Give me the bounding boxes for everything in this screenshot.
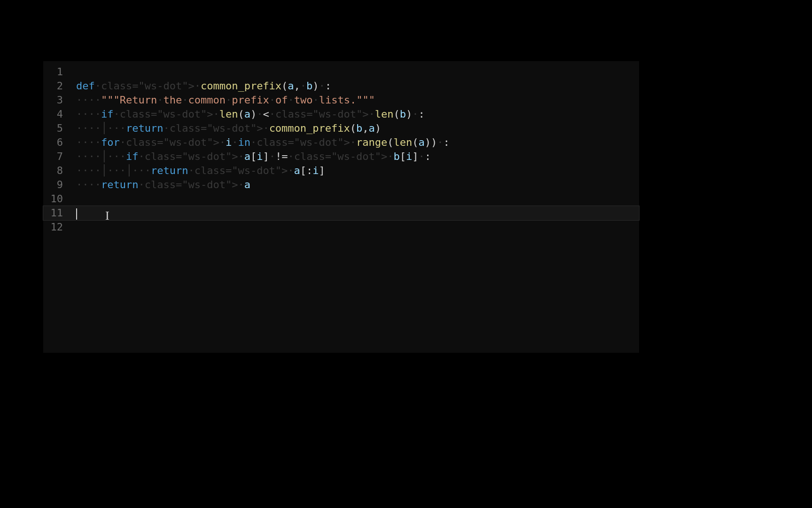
code-content[interactable]: ····for·class="ws-dot">·i·in·class="ws-d… [76, 135, 639, 150]
code-line[interactable]: 12 [43, 220, 639, 234]
code-content[interactable]: ····│···if·class="ws-dot">·a[i]·!=·class… [76, 150, 639, 164]
code-area[interactable]: 12def·class="ws-dot">·common_prefix(a,·b… [43, 61, 639, 234]
code-line[interactable]: 7····│···if·class="ws-dot">·a[i]·!=·clas… [43, 150, 639, 164]
text-cursor [76, 208, 77, 220]
code-line[interactable]: 8····│···│···return·class="ws-dot">·a[:i… [43, 164, 639, 178]
code-line[interactable]: 1 [43, 65, 639, 79]
line-number: 12 [43, 220, 76, 234]
code-editor[interactable]: 12def·class="ws-dot">·common_prefix(a,·b… [43, 61, 639, 353]
code-content[interactable]: def·class="ws-dot">·common_prefix(a,·b)·… [76, 79, 639, 93]
code-content[interactable] [76, 206, 639, 220]
line-number: 9 [43, 178, 76, 192]
code-line[interactable]: 5····│···return·class="ws-dot">·common_p… [43, 121, 639, 135]
line-number: 8 [43, 164, 76, 178]
code-line[interactable]: 11 [43, 206, 639, 220]
code-line[interactable]: 4····if·class="ws-dot">·len(a)·<·class="… [43, 107, 639, 121]
line-number: 10 [43, 192, 76, 206]
line-number: 7 [43, 150, 76, 164]
code-line[interactable]: 2def·class="ws-dot">·common_prefix(a,·b)… [43, 79, 639, 93]
code-line[interactable]: 9····return·class="ws-dot">·a [43, 178, 639, 192]
line-number: 1 [43, 65, 76, 79]
code-line[interactable]: 3····"""Return·the·common·prefix·of·two·… [43, 93, 639, 107]
line-number: 6 [43, 135, 76, 150]
line-number: 5 [43, 121, 76, 135]
code-content[interactable]: ····return·class="ws-dot">·a [76, 178, 639, 192]
code-content[interactable]: ····"""Return·the·common·prefix·of·two·l… [76, 93, 639, 107]
code-content[interactable]: ····│···return·class="ws-dot">·common_pr… [76, 121, 639, 135]
line-number: 11 [43, 206, 76, 220]
code-content[interactable]: ····if·class="ws-dot">·len(a)·<·class="w… [76, 107, 639, 121]
code-line[interactable]: 6····for·class="ws-dot">·i·in·class="ws-… [43, 135, 639, 150]
code-line[interactable]: 10 [43, 192, 639, 206]
line-number: 3 [43, 93, 76, 107]
code-content[interactable]: ····│···│···return·class="ws-dot">·a[:i] [76, 164, 639, 178]
line-number: 2 [43, 79, 76, 93]
line-number: 4 [43, 107, 76, 121]
